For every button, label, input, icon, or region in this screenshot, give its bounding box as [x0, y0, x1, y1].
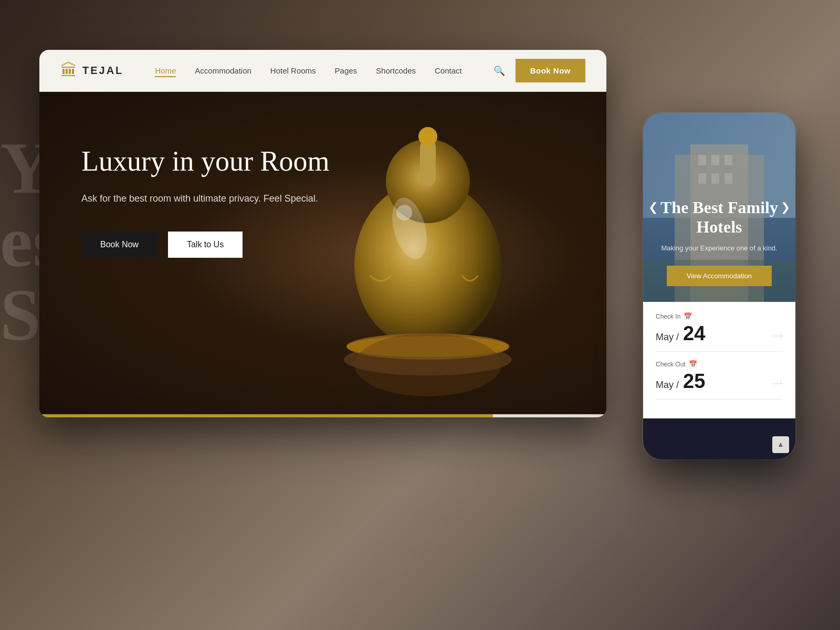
hero-title: Luxury in your Room	[81, 144, 386, 178]
mobile-phone: ❮ ❯ The Best Family Hotels Making your E…	[643, 113, 795, 459]
navbar: 🏛 TEJAL Home Accommodation Hotel Rooms P…	[39, 50, 606, 92]
browser-window: 🏛 TEJAL Home Accommodation Hotel Rooms P…	[39, 50, 606, 417]
check-in-date: May / 24	[656, 322, 705, 345]
svg-rect-17	[698, 173, 706, 184]
progress-bar-fill	[39, 414, 493, 417]
check-in-date-row: May / 24 ...	[656, 322, 783, 345]
check-out-label: Check Out 📅	[656, 360, 783, 368]
hero-buttons: Book Now Talk to Us	[81, 232, 564, 258]
logo-area: 🏛 TEJAL	[60, 61, 123, 80]
check-out-day: 25	[683, 370, 705, 392]
view-accommodation-button[interactable]: View Accommodation	[667, 266, 772, 286]
navbar-book-now-button[interactable]: Book Now	[516, 59, 585, 82]
svg-rect-16	[724, 155, 732, 165]
svg-rect-19	[724, 173, 732, 184]
check-in-label: Check In 📅	[656, 312, 783, 320]
check-in-day: 24	[683, 322, 705, 344]
hero-talk-to-us-button[interactable]: Talk to Us	[168, 232, 243, 258]
phone-hero-title: The Best Family Hotels	[654, 198, 785, 237]
svg-rect-15	[711, 155, 719, 165]
nav-item-contact[interactable]: Contact	[435, 66, 462, 76]
check-in-month: May /	[656, 332, 679, 342]
check-in-field: Check In 📅 May / 24 ...	[656, 312, 783, 352]
check-out-date: May / 25	[656, 370, 705, 393]
logo-icon: 🏛	[60, 61, 77, 80]
phone-slider-content: The Best Family Hotels Making your Exper…	[643, 198, 795, 286]
nav-item-home[interactable]: Home	[155, 66, 176, 76]
check-in-dots[interactable]: ...	[773, 329, 783, 339]
phone-hero: ❮ ❯ The Best Family Hotels Making your E…	[643, 113, 795, 302]
slider-left-arrow[interactable]: ❮	[648, 201, 658, 214]
scroll-up-button[interactable]: ▲	[772, 436, 789, 453]
nav-item-accommodation[interactable]: Accommodation	[195, 66, 251, 76]
checkout-calendar-icon: 📅	[689, 360, 697, 368]
hero-subtitle: Ask for the best room with ultimate priv…	[81, 191, 333, 206]
logo-text: TEJAL	[82, 65, 123, 77]
check-out-dots[interactable]: ...	[773, 377, 783, 386]
slider-right-arrow[interactable]: ❯	[781, 201, 790, 214]
nav-item-shortcodes[interactable]: Shortcodes	[376, 66, 416, 76]
svg-rect-18	[711, 173, 719, 184]
nav-item-hotel-rooms[interactable]: Hotel Rooms	[270, 66, 316, 76]
phone-hero-subtitle: Making your Experience one of a kind.	[654, 243, 785, 254]
hero-section: Luxury in your Room Ask for the best roo…	[39, 92, 606, 417]
check-out-month: May /	[656, 380, 679, 390]
nav-right: 🔍 Book Now	[494, 59, 585, 82]
nav-item-pages[interactable]: Pages	[335, 66, 358, 76]
check-out-date-row: May / 25 ...	[656, 370, 783, 393]
checkin-calendar-icon: 📅	[684, 312, 692, 320]
hero-book-now-button[interactable]: Book Now	[81, 232, 158, 258]
svg-point-9	[354, 333, 501, 396]
svg-rect-14	[698, 155, 706, 165]
progress-bar-area	[39, 414, 606, 417]
hero-content: Luxury in your Room Ask for the best roo…	[39, 92, 606, 258]
check-out-field: Check Out 📅 May / 25 ...	[656, 360, 783, 400]
nav-links: Home Accommodation Hotel Rooms Pages Sho…	[155, 66, 461, 76]
search-icon[interactable]: 🔍	[494, 65, 505, 77]
phone-booking-section: Check In 📅 May / 24 ... Check Out 📅 May …	[643, 302, 795, 418]
